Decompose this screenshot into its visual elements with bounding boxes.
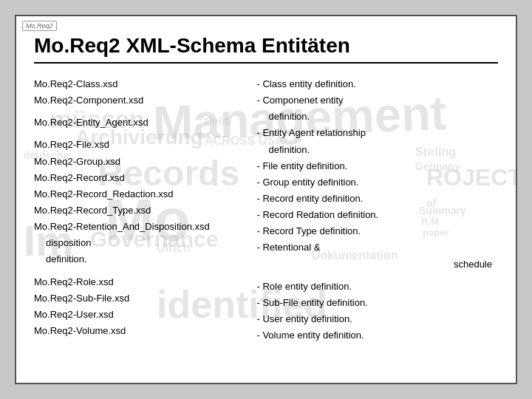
- left-column: Mo.Req2-Class.xsd Mo.Req2-Component.xsd …: [34, 77, 256, 344]
- desc-item: - Sub-File entity definition.: [256, 296, 498, 310]
- list-item: Mo.Req2-Component.xsd: [34, 93, 256, 108]
- desc-item: definition.: [256, 143, 498, 157]
- list-item: Mo.Req2-Class.xsd: [34, 77, 256, 92]
- desc-item: - User entity definition.: [256, 312, 498, 327]
- desc-item: - Componenet entity: [256, 93, 498, 108]
- desc-item: - Record Type definition.: [256, 224, 498, 239]
- list-item: disposition: [34, 236, 256, 250]
- list-item: Mo.Req2-Entity_Agent.xsd: [34, 115, 256, 130]
- right-column: - Class entity definition. - Componenet …: [256, 77, 498, 344]
- list-item: Mo.Req2-Group.xsd: [34, 154, 256, 169]
- desc-item: - File entity definition.: [256, 159, 498, 174]
- desc-item: - Entity Agent relationship: [256, 126, 498, 140]
- desc-item: - Class entity definition.: [256, 77, 498, 92]
- desc-item: definition.: [256, 109, 498, 124]
- list-item: definition.: [34, 252, 256, 267]
- page-title: Mo.Req2 XML-Schema Entitäten: [34, 34, 498, 64]
- list-item: Mo.Req2-Record_Type.xsd: [34, 203, 256, 218]
- desc-item: - Record entity definition.: [256, 191, 498, 206]
- content-area: Mo.Req2-Class.xsd Mo.Req2-Component.xsd …: [34, 77, 498, 344]
- slide: Mo.Req2 Management Archivierung Records …: [15, 15, 517, 384]
- desc-item: - Volume entity definition.: [256, 328, 498, 343]
- logo: Mo.Req2: [22, 21, 57, 31]
- list-item: Mo.Req2-Retention_And_Disposition.xsd: [34, 219, 256, 234]
- desc-item: schedule: [256, 257, 498, 272]
- list-item: Mo.Req2-Sub-File.xsd: [34, 291, 256, 306]
- list-item: Mo.Req2-Volume.xsd: [34, 324, 256, 338]
- list-item: Mo.Req2-User.xsd: [34, 307, 256, 322]
- desc-item: - Retentional &: [256, 240, 498, 255]
- list-item: Mo.Req2-Role.xsd: [34, 275, 256, 290]
- desc-item: - Record Redation definition.: [256, 208, 498, 222]
- list-item: Mo.Req2-File.xsd: [34, 137, 256, 152]
- desc-item: - Group entity definition.: [256, 175, 498, 190]
- desc-item: - Role entity definition.: [256, 279, 498, 294]
- list-item: Mo.Req2-Record_Redaction.xsd: [34, 187, 256, 202]
- list-item: Mo.Req2-Record.xsd: [34, 171, 256, 185]
